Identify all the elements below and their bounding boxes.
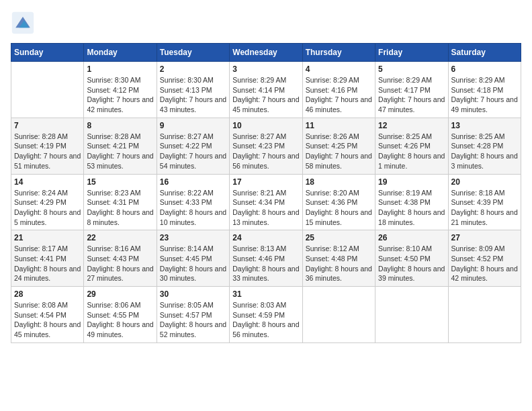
day-number: 31: [232, 289, 299, 299]
calendar-cell: [302, 287, 375, 343]
weekday-header-thursday: Thursday: [302, 44, 375, 62]
cell-info: Sunrise: 8:27 AMSunset: 4:22 PMDaylight:…: [160, 132, 226, 171]
cell-info: Sunrise: 8:12 AMSunset: 4:48 PMDaylight:…: [306, 244, 372, 283]
calendar-cell: 10Sunrise: 8:27 AMSunset: 4:23 PMDayligh…: [230, 118, 302, 174]
cell-info: Sunrise: 8:20 AMSunset: 4:36 PMDaylight:…: [306, 188, 372, 228]
cell-info: Sunrise: 8:09 AMSunset: 4:52 PMDaylight:…: [451, 244, 518, 283]
cell-info: Sunrise: 8:25 AMSunset: 4:28 PMDaylight:…: [451, 132, 518, 171]
week-row-1: 1Sunrise: 8:30 AMSunset: 4:12 PMDaylight…: [11, 62, 521, 118]
calendar-cell: 15Sunrise: 8:23 AMSunset: 4:31 PMDayligh…: [84, 174, 157, 230]
calendar-cell: 23Sunrise: 8:14 AMSunset: 4:45 PMDayligh…: [157, 230, 229, 287]
cell-info: Sunrise: 8:13 AMSunset: 4:46 PMDaylight:…: [232, 244, 299, 283]
calendar-cell: 21Sunrise: 8:17 AMSunset: 4:41 PMDayligh…: [11, 230, 84, 287]
calendar-cell: 31Sunrise: 8:03 AMSunset: 4:59 PMDayligh…: [230, 287, 302, 343]
calendar-cell: 8Sunrise: 8:28 AMSunset: 4:21 PMDaylight…: [84, 118, 157, 174]
cell-info: Sunrise: 8:29 AMSunset: 4:18 PMDaylight:…: [451, 75, 518, 115]
weekday-header-saturday: Saturday: [448, 44, 521, 62]
weekday-header-wednesday: Wednesday: [230, 44, 302, 62]
calendar-cell: 30Sunrise: 8:05 AMSunset: 4:57 PMDayligh…: [157, 287, 229, 343]
calendar-cell: 22Sunrise: 8:16 AMSunset: 4:43 PMDayligh…: [84, 230, 157, 287]
calendar-cell: [448, 287, 521, 343]
day-number: 19: [378, 177, 445, 187]
calendar-cell: 29Sunrise: 8:06 AMSunset: 4:55 PMDayligh…: [84, 287, 157, 343]
cell-info: Sunrise: 8:23 AMSunset: 4:31 PMDaylight:…: [87, 188, 153, 228]
day-number: 5: [378, 64, 445, 74]
cell-info: Sunrise: 8:19 AMSunset: 4:38 PMDaylight:…: [378, 188, 445, 228]
day-number: 1: [87, 64, 153, 74]
calendar-cell: 1Sunrise: 8:30 AMSunset: 4:12 PMDaylight…: [84, 62, 157, 118]
cell-info: Sunrise: 8:22 AMSunset: 4:33 PMDaylight:…: [160, 188, 226, 228]
day-number: 9: [160, 121, 226, 130]
day-number: 22: [87, 233, 153, 242]
cell-info: Sunrise: 8:30 AMSunset: 4:12 PMDaylight:…: [87, 75, 153, 115]
week-row-5: 28Sunrise: 8:08 AMSunset: 4:54 PMDayligh…: [11, 287, 521, 343]
cell-info: Sunrise: 8:26 AMSunset: 4:25 PMDaylight:…: [306, 132, 372, 171]
day-number: 6: [451, 64, 518, 74]
cell-info: Sunrise: 8:05 AMSunset: 4:57 PMDaylight:…: [160, 300, 226, 340]
calendar-cell: 24Sunrise: 8:13 AMSunset: 4:46 PMDayligh…: [230, 230, 302, 287]
calendar-cell: 3Sunrise: 8:29 AMSunset: 4:14 PMDaylight…: [230, 62, 302, 118]
weekday-header-monday: Monday: [84, 44, 157, 62]
day-number: 18: [306, 177, 372, 187]
cell-info: Sunrise: 8:17 AMSunset: 4:41 PMDaylight:…: [14, 244, 81, 283]
calendar-table: SundayMondayTuesdayWednesdayThursdayFrid…: [11, 43, 521, 343]
day-number: 14: [14, 177, 81, 187]
weekday-header-sunday: Sunday: [11, 44, 84, 62]
week-row-2: 7Sunrise: 8:28 AMSunset: 4:19 PMDaylight…: [11, 118, 521, 174]
day-number: 8: [87, 121, 153, 130]
cell-info: Sunrise: 8:03 AMSunset: 4:59 PMDaylight:…: [232, 300, 299, 340]
calendar-cell: [11, 62, 84, 118]
calendar-cell: 16Sunrise: 8:22 AMSunset: 4:33 PMDayligh…: [157, 174, 229, 230]
weekday-header-row: SundayMondayTuesdayWednesdayThursdayFrid…: [11, 44, 521, 62]
day-number: 21: [14, 233, 81, 242]
calendar-cell: 6Sunrise: 8:29 AMSunset: 4:18 PMDaylight…: [448, 62, 521, 118]
calendar-cell: 19Sunrise: 8:19 AMSunset: 4:38 PMDayligh…: [375, 174, 448, 230]
cell-info: Sunrise: 8:29 AMSunset: 4:16 PMDaylight:…: [306, 75, 372, 115]
day-number: 15: [87, 177, 153, 187]
calendar-cell: 2Sunrise: 8:30 AMSunset: 4:13 PMDaylight…: [157, 62, 229, 118]
calendar-cell: 4Sunrise: 8:29 AMSunset: 4:16 PMDaylight…: [302, 62, 375, 118]
cell-info: Sunrise: 8:30 AMSunset: 4:13 PMDaylight:…: [160, 75, 226, 115]
day-number: 2: [160, 64, 226, 74]
calendar-cell: 26Sunrise: 8:10 AMSunset: 4:50 PMDayligh…: [375, 230, 448, 287]
cell-info: Sunrise: 8:21 AMSunset: 4:34 PMDaylight:…: [232, 188, 299, 228]
calendar-cell: 11Sunrise: 8:26 AMSunset: 4:25 PMDayligh…: [302, 118, 375, 174]
weekday-header-tuesday: Tuesday: [157, 44, 229, 62]
calendar-cell: 12Sunrise: 8:25 AMSunset: 4:26 PMDayligh…: [375, 118, 448, 174]
cell-info: Sunrise: 8:29 AMSunset: 4:14 PMDaylight:…: [232, 75, 299, 115]
day-number: 27: [451, 233, 518, 242]
cell-info: Sunrise: 8:25 AMSunset: 4:26 PMDaylight:…: [378, 132, 445, 171]
day-number: 28: [14, 289, 81, 299]
calendar-cell: 5Sunrise: 8:29 AMSunset: 4:17 PMDaylight…: [375, 62, 448, 118]
day-number: 4: [306, 64, 372, 74]
page-header: [11, 11, 521, 35]
day-number: 29: [87, 289, 153, 299]
cell-info: Sunrise: 8:18 AMSunset: 4:39 PMDaylight:…: [451, 188, 518, 228]
cell-info: Sunrise: 8:29 AMSunset: 4:17 PMDaylight:…: [378, 75, 445, 115]
cell-info: Sunrise: 8:08 AMSunset: 4:54 PMDaylight:…: [14, 300, 81, 340]
cell-info: Sunrise: 8:06 AMSunset: 4:55 PMDaylight:…: [87, 300, 153, 340]
day-number: 13: [451, 121, 518, 130]
day-number: 23: [160, 233, 226, 242]
calendar-cell: 9Sunrise: 8:27 AMSunset: 4:22 PMDaylight…: [157, 118, 229, 174]
day-number: 7: [14, 121, 81, 130]
logo: [11, 11, 38, 35]
calendar-cell: 13Sunrise: 8:25 AMSunset: 4:28 PMDayligh…: [448, 118, 521, 174]
day-number: 16: [160, 177, 226, 187]
calendar-cell: 27Sunrise: 8:09 AMSunset: 4:52 PMDayligh…: [448, 230, 521, 287]
calendar-cell: 17Sunrise: 8:21 AMSunset: 4:34 PMDayligh…: [230, 174, 302, 230]
day-number: 3: [232, 64, 299, 74]
calendar-cell: [375, 287, 448, 343]
day-number: 12: [378, 121, 445, 130]
weekday-header-friday: Friday: [375, 44, 448, 62]
cell-info: Sunrise: 8:24 AMSunset: 4:29 PMDaylight:…: [14, 188, 81, 228]
day-number: 10: [232, 121, 299, 130]
logo-icon: [11, 11, 35, 35]
calendar-cell: 25Sunrise: 8:12 AMSunset: 4:48 PMDayligh…: [302, 230, 375, 287]
day-number: 26: [378, 233, 445, 242]
cell-info: Sunrise: 8:14 AMSunset: 4:45 PMDaylight:…: [160, 244, 226, 283]
day-number: 11: [306, 121, 372, 130]
cell-info: Sunrise: 8:28 AMSunset: 4:21 PMDaylight:…: [87, 132, 153, 171]
cell-info: Sunrise: 8:28 AMSunset: 4:19 PMDaylight:…: [14, 132, 81, 171]
day-number: 24: [232, 233, 299, 242]
